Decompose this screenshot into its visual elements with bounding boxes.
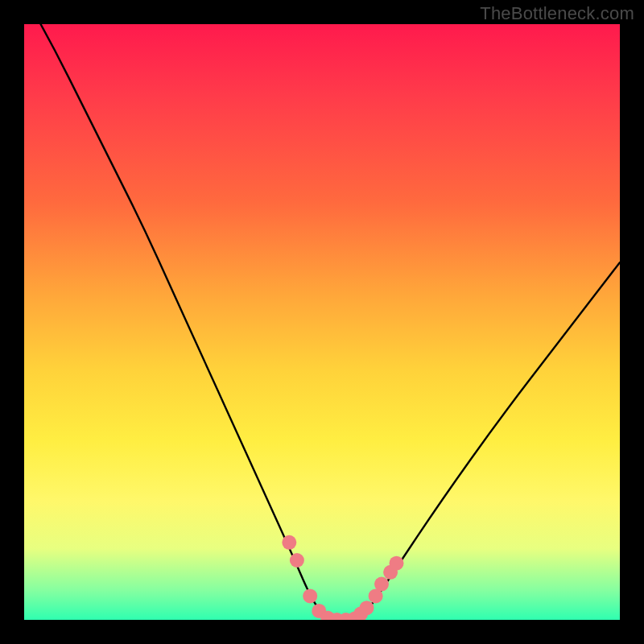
marker-dot — [360, 601, 374, 615]
chart-frame: TheBottleneck.com — [0, 0, 644, 644]
marker-dot — [290, 553, 304, 568]
marker-dot — [390, 556, 404, 571]
marker-dot — [303, 588, 317, 603]
bottleneck-curve — [24, 24, 620, 620]
plot-area — [24, 24, 620, 620]
watermark-text: TheBottleneck.com — [480, 3, 634, 24]
marker-dot — [374, 577, 389, 592]
marker-dot — [282, 535, 296, 550]
marker-group — [282, 535, 403, 620]
curve-layer — [24, 24, 620, 620]
